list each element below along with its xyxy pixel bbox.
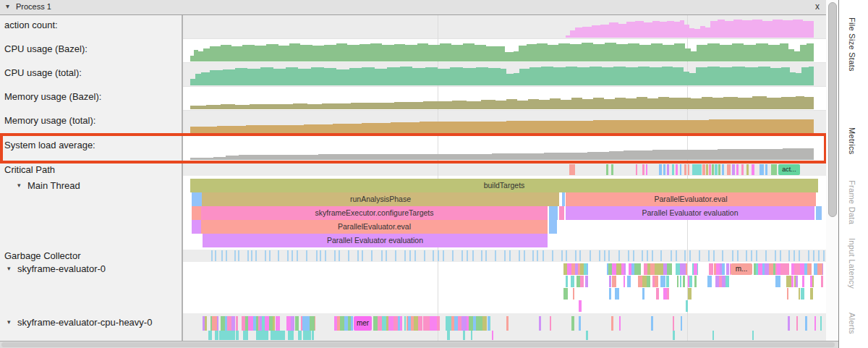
gc-event-tick[interactable] [255, 250, 257, 261]
flame-bar[interactable] [562, 192, 565, 206]
gc-event-tick[interactable] [722, 250, 723, 261]
trace-badge[interactable]: m... [731, 263, 752, 275]
trace-badge[interactable]: mer [354, 316, 372, 331]
trace-slice[interactable] [227, 316, 232, 331]
trace-slice[interactable] [624, 276, 626, 287]
trace-slice[interactable] [666, 276, 669, 287]
trace-slice[interactable] [805, 316, 807, 331]
gc-event-tick[interactable] [604, 250, 605, 261]
gc-event-tick[interactable] [278, 250, 279, 261]
trace-slice[interactable] [677, 276, 678, 287]
counter-chart[interactable] [183, 14, 826, 38]
trace-slice[interactable] [418, 316, 422, 331]
trace-slice[interactable] [295, 316, 299, 331]
gc-event-tick[interactable] [386, 250, 387, 261]
trace-slice[interactable] [478, 316, 483, 331]
trace-slice[interactable] [810, 288, 814, 300]
trace-slice[interactable] [658, 263, 663, 275]
trace-slice[interactable] [571, 316, 574, 331]
gc-event-tick[interactable] [297, 250, 298, 261]
trace-slice[interactable] [609, 276, 611, 287]
trace-slice[interactable] [814, 316, 816, 331]
trace-slice[interactable] [681, 316, 682, 331]
trace-slice[interactable] [273, 316, 275, 331]
flame-bar[interactable]: Parallel Evaluator evaluation [203, 234, 548, 247]
trace-slice[interactable] [566, 276, 568, 287]
trace-slice[interactable] [587, 263, 588, 275]
counter-chart[interactable] [183, 110, 826, 134]
trace-slice[interactable] [539, 316, 541, 331]
flame-bar[interactable]: ParallelEvaluator.eval [566, 192, 816, 206]
gc-event-tick[interactable] [676, 250, 677, 261]
critical-path-slice[interactable] [688, 164, 689, 175]
gc-event-tick[interactable] [566, 250, 567, 261]
trace-slice[interactable] [400, 316, 402, 331]
critical-path-slice[interactable] [771, 164, 777, 175]
trace-slice[interactable] [667, 288, 668, 300]
trace-slice[interactable] [205, 316, 208, 331]
tab-file-size-stats[interactable]: File Size Stats [848, 17, 856, 72]
trace-slice[interactable] [686, 300, 688, 312]
gc-event-tick[interactable] [561, 250, 563, 261]
trace-slice[interactable] [712, 331, 714, 340]
trace-slice[interactable] [801, 288, 804, 300]
gc-event-tick[interactable] [708, 250, 710, 261]
trace-slice[interactable] [647, 276, 650, 287]
critical-path-badge[interactable]: act... [778, 164, 800, 175]
vertical-scrollbar[interactable] [826, 0, 838, 341]
gc-event-tick[interactable] [234, 250, 236, 261]
trace-slice[interactable] [585, 276, 588, 287]
critical-path-slice[interactable] [712, 164, 714, 175]
trace-slice[interactable] [447, 331, 450, 340]
trace-slice[interactable] [817, 263, 822, 275]
critical-path-slice[interactable] [715, 164, 718, 175]
trace-slice[interactable] [463, 331, 465, 340]
gc-event-tick[interactable] [537, 250, 538, 261]
critical-path-slice[interactable] [741, 164, 744, 175]
critical-path-slice[interactable] [569, 164, 575, 175]
gc-event-tick[interactable] [472, 250, 474, 261]
tab-input-latency[interactable]: Input Latency [848, 238, 856, 289]
gc-event-tick[interactable] [238, 250, 239, 261]
gc-event-tick[interactable] [599, 250, 600, 261]
gc-event-tick[interactable] [226, 250, 227, 261]
gc-event-tick[interactable] [793, 250, 795, 261]
critical-path-slice[interactable] [752, 164, 754, 175]
counter-chart[interactable] [183, 38, 826, 62]
trace-slice[interactable] [709, 263, 713, 275]
gc-event-tick[interactable] [215, 250, 216, 261]
gc-event-tick[interactable] [504, 250, 506, 261]
gc-event-tick[interactable] [381, 250, 383, 261]
gc-event-tick[interactable] [689, 250, 691, 261]
trace-slice[interactable] [820, 316, 822, 331]
critical-path-slice[interactable] [680, 164, 681, 175]
gc-event-tick[interactable] [647, 250, 648, 261]
trace-slice[interactable] [673, 331, 675, 340]
flame-bar[interactable] [192, 206, 201, 220]
gc-event-tick[interactable] [684, 250, 686, 261]
gc-event-tick[interactable] [652, 250, 653, 261]
gc-event-tick[interactable] [575, 250, 576, 261]
counter-chart[interactable] [183, 135, 826, 161]
gc-event-tick[interactable] [633, 250, 634, 261]
trace-slice[interactable] [579, 316, 581, 331]
trace-slice[interactable] [276, 316, 280, 331]
gc-event-tick[interactable] [247, 250, 249, 261]
trace-slice[interactable] [752, 331, 754, 340]
gc-event-tick[interactable] [756, 250, 757, 261]
trace-slice[interactable] [688, 288, 692, 300]
trace-slice[interactable] [651, 316, 653, 331]
gc-event-tick[interactable] [269, 250, 271, 261]
trace-slice[interactable] [787, 288, 788, 300]
critical-path-slice[interactable] [667, 164, 669, 175]
trace-slice[interactable] [609, 288, 611, 300]
gc-event-tick[interactable] [211, 250, 213, 261]
critical-path-slice[interactable] [676, 164, 678, 175]
trace-slice[interactable] [627, 276, 631, 287]
trace-slice[interactable] [657, 276, 658, 287]
flame-bar[interactable]: ParallelEvaluator.eval [201, 220, 548, 234]
trace-slice[interactable] [796, 276, 798, 287]
gc-event-tick[interactable] [775, 250, 776, 261]
flame-bar[interactable] [192, 220, 201, 234]
gc-event-tick[interactable] [519, 250, 520, 261]
